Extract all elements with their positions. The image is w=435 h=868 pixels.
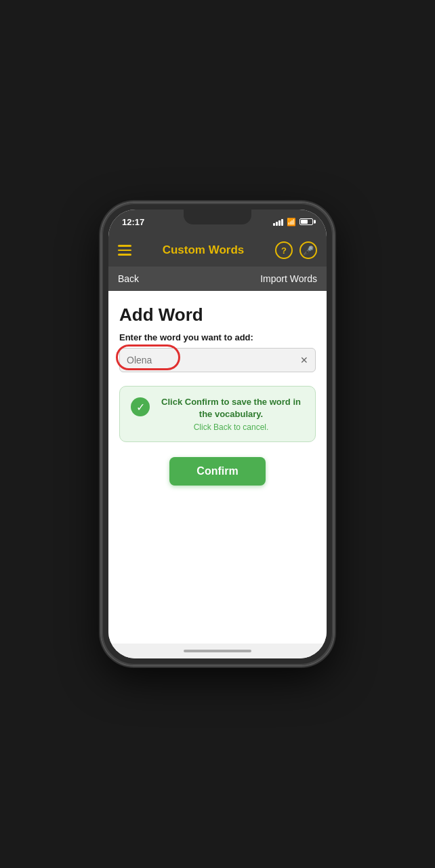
mic-icon: 🎤 — [303, 245, 314, 256]
mic-button[interactable]: 🎤 — [299, 241, 317, 259]
word-input-row: ✕ — [119, 348, 316, 372]
home-bar — [184, 650, 251, 652]
battery-icon — [299, 218, 313, 225]
clear-button[interactable]: ✕ — [293, 355, 315, 366]
nav-title: Custom Words — [163, 243, 245, 257]
signal-icon — [273, 218, 283, 226]
wifi-icon: 📶 — [287, 218, 296, 226]
phone-frame: 12:17 📶 Custom Words — [102, 203, 333, 665]
nav-bar: Custom Words ? 🎤 — [108, 234, 327, 267]
content-area: Add Word Enter the word you want to add:… — [108, 291, 327, 644]
home-indicator — [108, 644, 327, 658]
check-icon: ✓ — [131, 397, 150, 416]
help-icon-label: ? — [281, 245, 287, 256]
confirm-button[interactable]: Confirm — [169, 457, 265, 486]
success-message-box: ✓ Click Confirm to save the word in the … — [119, 386, 316, 442]
sub-nav: Back Import Words — [108, 267, 327, 291]
word-input[interactable] — [120, 349, 293, 372]
notch — [184, 210, 251, 224]
screen: 12:17 📶 Custom Words — [108, 210, 327, 658]
success-text: Click Confirm to save the word in the vo… — [158, 396, 304, 432]
menu-icon[interactable] — [118, 245, 131, 256]
status-time: 12:17 — [122, 217, 144, 227]
battery-fill — [301, 220, 308, 224]
help-button[interactable]: ? — [275, 241, 293, 259]
confirm-button-wrapper: Confirm — [119, 457, 316, 486]
success-main-text: Click Confirm to save the word in the vo… — [158, 396, 304, 420]
back-button[interactable]: Back — [118, 273, 139, 284]
page-title: Add Word — [119, 304, 316, 326]
input-label: Enter the word you want to add: — [119, 332, 316, 342]
status-icons: 📶 — [273, 218, 313, 226]
success-sub-text: Click Back to cancel. — [158, 422, 304, 432]
import-words-button[interactable]: Import Words — [260, 273, 317, 284]
nav-right-icons: ? 🎤 — [275, 241, 317, 259]
